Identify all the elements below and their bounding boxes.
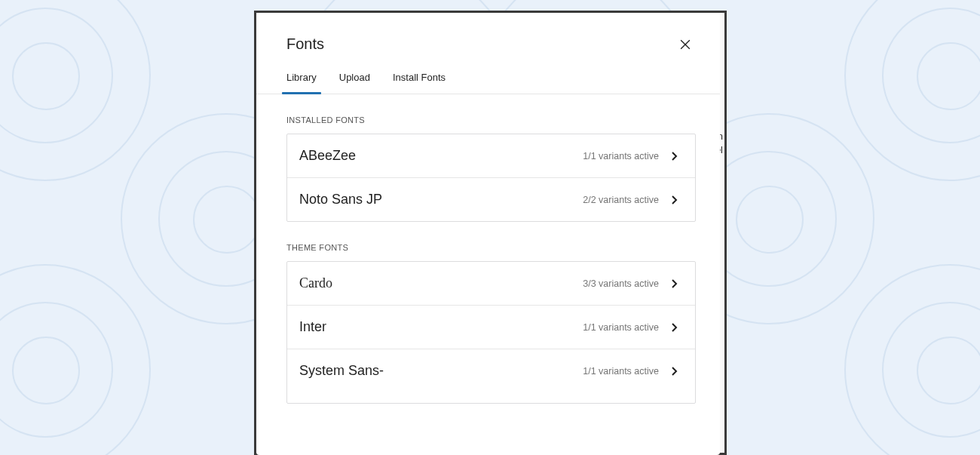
font-row-system-sans[interactable]: System Sans- 1/1 variants active — [287, 349, 695, 403]
modal-body: INSTALLED FONTS ABeeZee 1/1 variants act… — [256, 94, 720, 438]
installed-fonts-list: ABeeZee 1/1 variants active Noto Sans JP… — [286, 134, 696, 222]
tab-install-fonts[interactable]: Install Fonts — [393, 63, 446, 94]
variants-text: 3/3 variants active — [583, 278, 659, 289]
section-label-installed: INSTALLED FONTS — [286, 115, 696, 125]
section-label-theme: THEME FONTS — [286, 243, 696, 252]
modal-title: Fonts — [286, 35, 324, 53]
variants-text: 1/1 variants active — [583, 366, 659, 377]
chevron-right-icon — [668, 364, 681, 378]
font-name: ABeeZee — [299, 148, 356, 164]
variants-text: 1/1 variants active — [583, 322, 659, 333]
tabs: Library Upload Install Fonts — [256, 63, 720, 94]
font-row-noto-sans-jp[interactable]: Noto Sans JP 2/2 variants active — [287, 178, 695, 221]
chevron-right-icon — [668, 193, 681, 207]
font-row-abeezee[interactable]: ABeeZee 1/1 variants active — [287, 134, 695, 178]
tab-upload[interactable]: Upload — [339, 63, 370, 94]
chevron-right-icon — [668, 321, 681, 334]
chevron-right-icon — [668, 277, 681, 291]
font-name: Noto Sans JP — [299, 192, 382, 208]
fonts-modal: Fonts Library Upload Install Fonts INSTA… — [256, 13, 720, 455]
close-icon — [678, 37, 693, 52]
variants-text: 1/1 variants active — [583, 151, 659, 161]
theme-fonts-list: Cardo 3/3 variants active Inter 1/1 vari… — [286, 261, 696, 404]
tab-library[interactable]: Library — [286, 63, 317, 94]
modal-header: Fonts — [256, 13, 720, 63]
close-button[interactable] — [675, 34, 696, 55]
variants-text: 2/2 variants active — [583, 195, 659, 205]
font-name: System Sans- — [299, 363, 384, 379]
chevron-right-icon — [668, 149, 681, 163]
font-name: Cardo — [299, 275, 332, 291]
font-row-inter[interactable]: Inter 1/1 variants active — [287, 306, 695, 349]
font-name: Inter — [299, 319, 326, 335]
font-row-cardo[interactable]: Cardo 3/3 variants active — [287, 262, 695, 306]
